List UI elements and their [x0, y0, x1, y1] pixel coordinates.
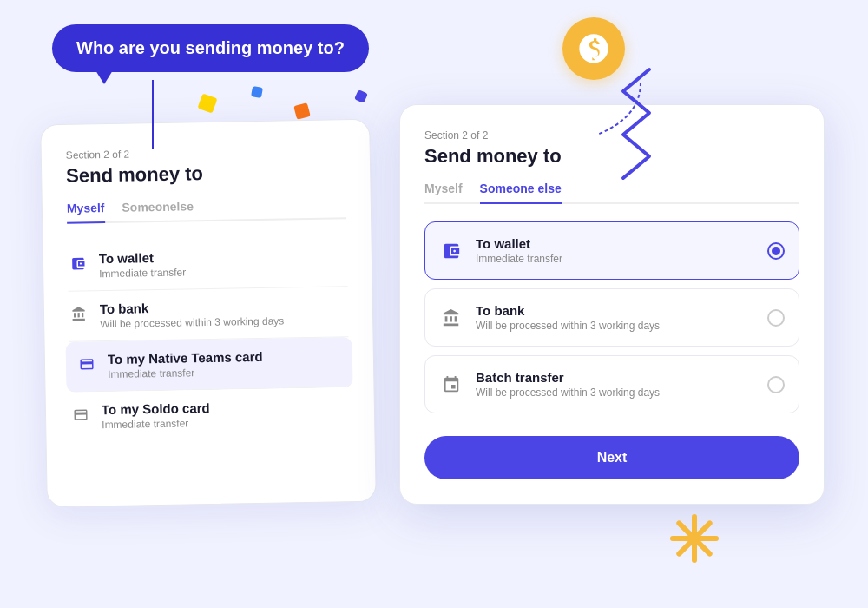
cards-wrapper: Section 2 of 2 Send money to Myself Some…: [43, 104, 825, 505]
next-button[interactable]: Next: [424, 436, 799, 479]
starburst-decoration: [668, 512, 720, 565]
left-tab-myself[interactable]: Myself: [67, 201, 105, 224]
connector-line-left: [152, 80, 154, 149]
zigzag-decoration: [615, 61, 667, 182]
bank-icon: [69, 303, 89, 324]
coin-icon: [562, 17, 625, 80]
right-bank-icon: [439, 306, 464, 330]
left-option-native-card[interactable]: To my Native Teams card Immediate transf…: [66, 337, 353, 393]
right-card: Section 2 of 2 Send money to Myself Some…: [399, 104, 825, 505]
left-option-soldo[interactable]: To my Soldo card Immediate transfer: [70, 387, 351, 442]
left-option-wallet[interactable]: To wallet Immediate transfer: [68, 236, 348, 292]
left-card: Section 2 of 2 Send money to Myself Some…: [40, 119, 377, 508]
deco-square-purple: [354, 89, 368, 103]
native-card-icon: [76, 354, 97, 374]
right-tab-someone-else[interactable]: Someone else: [480, 182, 562, 204]
left-option-wallet-text: To wallet Immediate transfer: [99, 249, 187, 280]
right-card-title: Send money to: [424, 145, 799, 168]
left-tabs: Myself Someonelse: [67, 196, 346, 224]
right-option-batch-text: Batch transfer Will be processed within …: [476, 370, 755, 399]
speech-bubble-text: Who are you sending money to?: [76, 38, 345, 57]
right-option-wallet[interactable]: To wallet Immediate transfer: [424, 221, 799, 280]
left-card-title: Send money to: [66, 160, 345, 188]
left-option-native-text: To my Native Teams card Immediate transf…: [108, 349, 263, 380]
right-tabs: Myself Someone else: [424, 182, 799, 204]
soldo-card-icon: [70, 404, 91, 425]
speech-bubble: Who are you sending money to?: [52, 24, 369, 72]
left-tab-someonelse[interactable]: Someonelse: [122, 199, 194, 222]
right-option-batch[interactable]: Batch transfer Will be processed within …: [424, 355, 799, 413]
right-option-wallet-text: To wallet Immediate transfer: [476, 236, 755, 265]
wallet-icon: [68, 253, 89, 274]
right-wallet-icon: [439, 239, 464, 263]
left-option-bank[interactable]: To bank Will be processed within 3 worki…: [69, 287, 349, 342]
left-option-bank-text: To bank Will be processed within 3 worki…: [100, 298, 285, 330]
left-option-soldo-text: To my Soldo card Immediate transfer: [102, 400, 210, 431]
deco-square-blue: [251, 86, 263, 98]
right-batch-icon: [439, 373, 464, 397]
left-section-label: Section 2 of 2: [66, 144, 345, 162]
right-tab-myself[interactable]: Myself: [424, 182, 463, 204]
dollar-icon: [576, 31, 611, 66]
right-option-bank-text: To bank Will be processed within 3 worki…: [476, 303, 755, 332]
right-radio-bank[interactable]: [767, 309, 785, 327]
right-radio-batch[interactable]: [767, 376, 785, 393]
right-option-bank[interactable]: To bank Will be processed within 3 worki…: [424, 288, 799, 347]
right-radio-wallet[interactable]: [767, 242, 785, 260]
